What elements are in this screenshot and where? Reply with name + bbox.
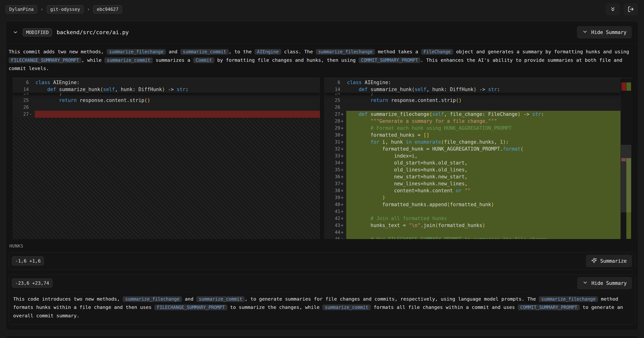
diff-marker: - xyxy=(29,111,35,118)
diff-marker: + xyxy=(340,229,346,236)
hunk-row: -1,6 +1,6 Summarize xyxy=(9,252,635,270)
breadcrumb: DylanPina › git-odyssey › ebc94627 xyxy=(6,5,122,13)
line-number: 6 xyxy=(324,79,340,86)
code-line: 30+ formatted_hunks = [] xyxy=(324,132,620,139)
code-line: 40+ formatted_hunks.append(formatted_hun… xyxy=(324,201,620,208)
line-number: 34 xyxy=(324,159,340,166)
code-content: index=i, xyxy=(346,152,620,159)
sticky-context-old: 6class AIEngine:14 def summarize_hunk(se… xyxy=(12,78,320,93)
line-number: 27 xyxy=(12,111,29,118)
file-card-header: MODIFIED backend/src/core/ai.py Hide Sum… xyxy=(6,21,638,43)
line-number: 36 xyxy=(324,173,340,180)
inline-code-chip: Commit xyxy=(193,57,214,63)
topbar-actions xyxy=(606,3,638,15)
line-number: 43 xyxy=(324,222,340,229)
minimap-viewport[interactable] xyxy=(621,145,632,212)
hunk-summary-text: This code introduces two new methods, su… xyxy=(9,292,635,325)
collapse-all-button[interactable] xyxy=(606,3,620,15)
diff-pane-new: 24 )25 return response.content.strip()26… xyxy=(324,78,632,239)
code-line: 31+ for i, hunk in enumerate(file_change… xyxy=(324,139,620,146)
inline-code-chip: summarize_commit xyxy=(196,296,244,302)
logout-icon xyxy=(628,6,634,13)
line-number: 39 xyxy=(324,194,340,201)
summarize-label: Summarize xyxy=(600,258,627,264)
hunk-range-badge: -23,6 +23,74 xyxy=(12,279,52,288)
diff-view: 24 )25 return response.content.strip()26… xyxy=(12,78,632,239)
minimap-deletion-marker xyxy=(621,82,626,91)
diff-marker: + xyxy=(340,152,346,159)
line-number: 33 xyxy=(324,152,340,159)
code-line: 14 def summarize_hunk(self, hunk: DiffHu… xyxy=(12,86,320,93)
breadcrumb-item-user[interactable]: DylanPina xyxy=(6,5,37,13)
code-content: hunks_text = "\n".join(formatted_hunks) xyxy=(346,222,620,229)
line-number: 6 xyxy=(12,79,29,86)
inline-code-chip: COMMIT_SUMMARY_PROMPT xyxy=(359,57,420,63)
chevron-down-icon[interactable] xyxy=(12,29,18,35)
line-number: 29 xyxy=(324,125,340,132)
inline-code-chip: summarize_commit xyxy=(322,305,371,310)
inline-code-chip: AIEngine xyxy=(254,49,281,55)
diff-minimap-scrollbar[interactable] xyxy=(621,78,632,239)
line-number: 42 xyxy=(324,215,340,222)
hunk-row: -23,6 +23,74 Hide Summary xyxy=(9,275,635,292)
code-content: class AIEngine: xyxy=(35,79,320,86)
code-line: 35+ old_lines=hunk.old_lines, xyxy=(324,166,620,173)
minimap-addition-marker xyxy=(626,82,631,91)
diff-pane-old: 24 )25 return response.content.strip()26… xyxy=(12,78,320,239)
code-content: def summarize_filechange(self, file_chan… xyxy=(346,111,620,118)
line-number: 14 xyxy=(12,86,29,93)
hunks-label: HUNKS xyxy=(10,244,635,248)
breadcrumb-item-repo[interactable]: git-odyssey xyxy=(47,5,84,13)
diff-marker xyxy=(340,86,346,93)
line-number: 32 xyxy=(324,146,340,152)
sticky-context-new: 6class AIEngine:14 def summarize_hunk(se… xyxy=(324,78,620,93)
file-card-modified: MODIFIED backend/src/core/ai.py Hide Sum… xyxy=(6,21,638,330)
hide-hunk-summary-button[interactable]: Hide Summary xyxy=(577,277,632,289)
code-content xyxy=(346,104,620,111)
chevron-down-icon xyxy=(582,29,588,36)
code-line: 39+ ) xyxy=(324,194,620,201)
diff-marker xyxy=(340,79,346,86)
diff-marker: + xyxy=(340,208,346,215)
diff-marker: + xyxy=(340,166,346,173)
line-number: 31 xyxy=(324,139,340,146)
code-content: formatted_hunk = HUNK_AGGREGATION_PROMPT… xyxy=(346,146,620,152)
line-number: 38 xyxy=(324,187,340,194)
code-content: # Join all formatted hunks xyxy=(346,215,620,222)
diff-marker xyxy=(29,79,35,86)
inline-code-chip: FILECHANGE_SUMMARY_PROMPT xyxy=(154,305,227,310)
line-number: 30 xyxy=(324,132,340,139)
file-summary-text: This commit adds two new methods, summar… xyxy=(6,43,638,77)
inline-code-chip: summarize_filechange xyxy=(539,296,598,302)
status-badge: MODIFIED xyxy=(23,28,52,36)
diff-marker: + xyxy=(340,173,346,180)
line-number: 35 xyxy=(324,166,340,173)
diff-marker: + xyxy=(340,215,346,222)
code-line: 6class AIEngine: xyxy=(324,79,620,86)
old-code-lines: 24 )25 return response.content.strip()26… xyxy=(12,90,320,118)
diff-marker: + xyxy=(340,146,346,152)
breadcrumb-item-commit[interactable]: ebc94627 xyxy=(93,5,122,13)
diff-marker: + xyxy=(340,159,346,166)
inline-code-chip: summarize_filechange xyxy=(316,49,375,55)
hide-summary-label: Hide Summary xyxy=(591,29,626,35)
code-content: old_start=hunk.old_start, xyxy=(346,159,620,166)
summarize-hunk-button[interactable]: Summarize xyxy=(586,255,632,267)
code-line: 32+ formatted_hunk = HUNK_AGGREGATION_PR… xyxy=(324,146,620,152)
code-line: 41+ xyxy=(324,208,620,215)
breadcrumb-separator: › xyxy=(87,7,90,12)
diff-marker: + xyxy=(340,139,346,146)
code-line: 34+ old_start=hunk.old_start, xyxy=(324,159,620,166)
code-content: class AIEngine: xyxy=(346,79,620,86)
line-number: 26 xyxy=(324,104,340,111)
code-content: # Format each hunk using HUNK_AGGREGATIO… xyxy=(346,125,620,132)
code-line: 25 return response.content.strip() xyxy=(12,97,320,104)
hide-summary-button[interactable]: Hide Summary xyxy=(577,26,632,38)
code-line: 27+ def summarize_filechange(self, file_… xyxy=(324,111,620,118)
app-screen: DylanPina › git-odyssey › ebc94627 xyxy=(0,0,644,338)
diff-marker: + xyxy=(340,180,346,187)
logout-button[interactable] xyxy=(624,3,638,15)
diff-marker: + xyxy=(340,125,346,132)
top-bar: DylanPina › git-odyssey › ebc94627 xyxy=(0,0,644,16)
diff-marker: + xyxy=(340,194,346,201)
